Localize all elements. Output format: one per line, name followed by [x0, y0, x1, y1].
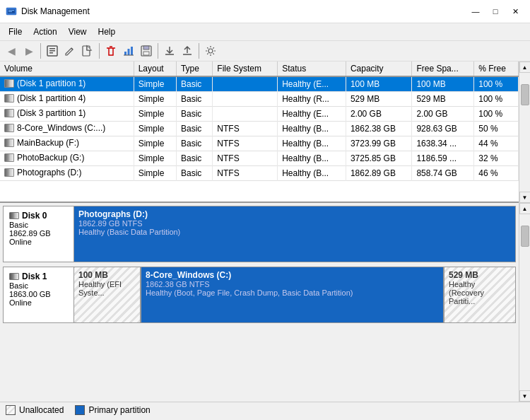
partition-block-1-2[interactable]: 529 MB Healthy (Recovery Partiti... [444, 267, 515, 322]
cell-capacity: 1862.38 GB [346, 122, 412, 136]
close-button[interactable]: ✕ [506, 4, 524, 18]
disk-size-0: 1862.89 GB [9, 229, 68, 238]
disk-scroll-up[interactable]: ▲ [519, 203, 531, 214]
disk-label-0: Disk 0 Basic 1862.89 GB Online [4, 206, 74, 262]
cell-pct: 46 % [474, 166, 519, 181]
partition-block-1-0[interactable]: 100 MB Healthy (EFI Syste... [74, 267, 141, 322]
cell-capacity: 1862.89 GB [346, 166, 412, 181]
cell-volume: PhotoBackup (G:) [0, 151, 134, 166]
col-type[interactable]: Type [176, 62, 212, 76]
disk-partitions-0: Photographs (D:) 1862.89 GB NTFS Healthy… [74, 206, 515, 262]
cell-type: Basic [176, 76, 212, 92]
partition-block-0-0[interactable]: Photographs (D:) 1862.89 GB NTFS Healthy… [74, 206, 515, 262]
svg-rect-5 [49, 48, 55, 49]
back-button[interactable]: ◀ [3, 42, 20, 59]
cell-capacity: 100 MB [346, 76, 412, 92]
cell-free: 529 MB [412, 92, 474, 107]
partition-detail2-1-1: Healthy (Boot, Page File, Crash Dump, Ba… [146, 288, 439, 297]
cell-volume: (Disk 1 partition 1) [0, 76, 134, 92]
disk-small-icon-1 [9, 273, 19, 280]
col-free[interactable]: Free Spa... [412, 62, 474, 76]
col-volume[interactable]: Volume [0, 62, 134, 76]
scroll-thumb[interactable] [521, 84, 529, 105]
table-row[interactable]: (Disk 3 partition 1) Simple Basic Health… [0, 107, 519, 122]
menu-help[interactable]: Help [93, 25, 122, 39]
disk-name-1: Disk 1 [9, 272, 68, 281]
scroll-up-arrow[interactable]: ▲ [519, 62, 531, 73]
cell-pct: 100 % [474, 107, 519, 122]
cell-capacity: 2.00 GB [346, 107, 412, 122]
volume-icon [4, 94, 14, 103]
table-row[interactable]: (Disk 1 partition 4) Simple Basic Health… [0, 92, 519, 107]
partition-detail1-1-1: 1862.38 GB NTFS [146, 280, 439, 288]
cell-pct: 50 % [474, 122, 519, 136]
table-row[interactable]: PhotoBackup (G:) Simple Basic NTFS Healt… [0, 151, 519, 166]
svg-rect-14 [143, 46, 149, 49]
cell-status: Healthy (B... [278, 136, 346, 151]
legend-unallocated: Unallocated [6, 405, 64, 415]
toolbar-btn-edit[interactable] [61, 42, 78, 59]
cell-pct: 100 % [474, 92, 519, 107]
cell-status: Healthy (E... [278, 76, 346, 92]
partition-block-1-1[interactable]: 8-Core_Windows (C:) 1862.38 GB NTFS Heal… [141, 267, 444, 322]
toolbar-btn-delete[interactable] [102, 42, 119, 59]
cell-free: 2.00 GB [412, 107, 474, 122]
forward-button[interactable]: ▶ [20, 42, 37, 59]
menu-action[interactable]: Action [28, 25, 62, 39]
disk-scroll-down[interactable]: ▼ [519, 390, 531, 402]
cell-fs: NTFS [213, 151, 278, 166]
table-scrollbar[interactable]: ▲ ▼ [519, 62, 530, 203]
cell-status: Healthy (R... [278, 92, 346, 107]
cell-layout: Simple [134, 92, 176, 107]
cell-type: Basic [176, 107, 212, 122]
table-row[interactable]: MainBackup (F:) Simple Basic NTFS Health… [0, 136, 519, 151]
scroll-down-arrow[interactable]: ▼ [519, 192, 531, 203]
col-pct[interactable]: % Free [474, 62, 519, 76]
minimize-button[interactable]: — [466, 4, 485, 18]
table-row[interactable]: Photographs (D:) Simple Basic NTFS Healt… [0, 166, 519, 181]
volume-icon [4, 109, 14, 117]
window-controls: — □ ✕ [466, 4, 524, 18]
cell-layout: Simple [134, 166, 176, 181]
toolbar-separator-2 [99, 43, 100, 59]
cell-fs: NTFS [213, 122, 278, 136]
svg-point-16 [208, 49, 213, 53]
cell-fs [213, 107, 278, 122]
cell-status: Healthy (B... [278, 151, 346, 166]
cell-layout: Simple [134, 76, 176, 92]
toolbar-btn-settings[interactable] [202, 42, 219, 59]
toolbar-btn-new[interactable] [79, 42, 96, 59]
partition-detail2-0-0: Healthy (Basic Data Partition) [78, 228, 511, 236]
menu-file[interactable]: File [3, 25, 28, 39]
toolbar: ◀ ▶ [0, 41, 530, 62]
col-filesystem[interactable]: File System [213, 62, 278, 76]
table-row[interactable]: 8-Core_Windows (C:...) Simple Basic NTFS… [0, 122, 519, 136]
toolbar-btn-export[interactable] [179, 42, 196, 59]
cell-volume: Photographs (D:) [0, 166, 134, 181]
col-capacity[interactable]: Capacity [346, 62, 412, 76]
maximize-button[interactable]: □ [486, 4, 505, 18]
toolbar-btn-chart[interactable] [120, 42, 137, 59]
table-row[interactable]: (Disk 1 partition 1) Simple Basic Health… [0, 76, 519, 92]
toolbar-separator-3 [158, 43, 158, 59]
legend-unallocated-label: Unallocated [19, 405, 64, 415]
toolbar-btn-properties[interactable] [44, 42, 61, 59]
toolbar-btn-save[interactable] [138, 42, 155, 59]
legend-primary-label: Primary partition [88, 405, 150, 415]
disk-scroll-thumb[interactable] [521, 226, 529, 247]
toolbar-separator-1 [40, 43, 41, 59]
col-status[interactable]: Status [278, 62, 346, 76]
disk-scrollbar[interactable]: ▲ ▼ [519, 203, 530, 402]
col-layout[interactable]: Layout [134, 62, 176, 76]
toolbar-btn-import[interactable] [161, 42, 178, 59]
cell-free: 858.74 GB [412, 166, 474, 181]
svg-rect-6 [49, 50, 55, 52]
menu-view[interactable]: View [63, 25, 93, 39]
disk-size-1: 1863.00 GB [9, 290, 68, 298]
cell-volume: (Disk 1 partition 4) [0, 92, 134, 107]
cell-free: 1638.34 ... [412, 136, 474, 151]
disk-name-0: Disk 0 [9, 211, 68, 221]
cell-status: Healthy (E... [278, 107, 346, 122]
partition-name-1-0: 100 MB [78, 270, 136, 280]
disk-row-1: Disk 1 Basic 1863.00 GB Online 100 MB He… [3, 267, 516, 323]
